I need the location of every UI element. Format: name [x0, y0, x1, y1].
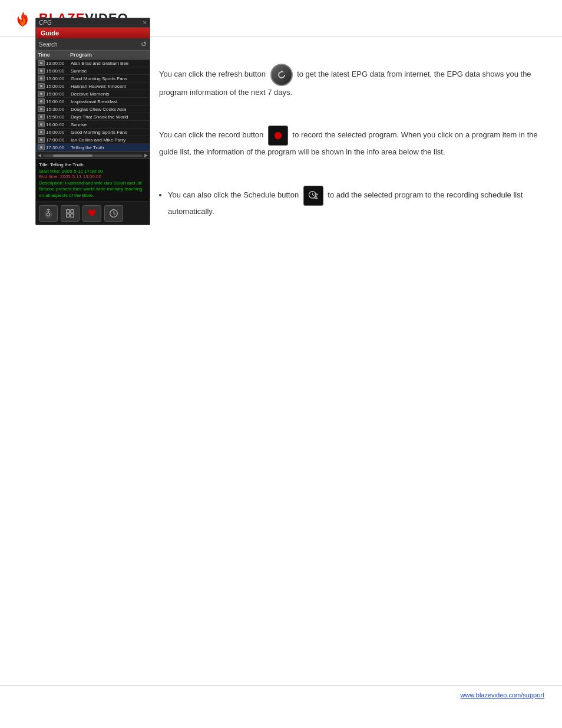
table-row[interactable]: 16:00:00 Good Morning Sports Fans	[36, 129, 150, 136]
row-time: 15:00:00	[46, 84, 71, 89]
info-description: Description: Husband and wife duo Stuart…	[39, 180, 147, 199]
row-time: 17:30:00	[46, 145, 71, 150]
table-row[interactable]: 15:00:00 Hannah Hauwell: Innocent	[36, 83, 150, 90]
schedule-description: You can also click the Schedule button	[168, 186, 544, 218]
heart-icon	[87, 208, 97, 219]
row-time: 15:00:00	[46, 68, 71, 74]
scroll-thumb[interactable]	[53, 154, 93, 157]
svg-line-17	[312, 195, 314, 196]
row-name: Good Morning Sports Fans	[71, 130, 148, 135]
cpg-window: CPG × Guide Search ↺ Time Program 13:00:…	[35, 18, 150, 225]
cpg-search-label: Search	[39, 41, 58, 48]
info-title: Title: Telling the Truth	[39, 162, 147, 167]
program-icon	[38, 121, 45, 127]
main-layout: CPG × Guide Search ↺ Time Program 13:00:…	[0, 37, 562, 251]
section-schedule: You can also click the Schedule button	[159, 186, 544, 218]
clock-button[interactable]	[104, 205, 123, 222]
row-time: 15:50:00	[46, 114, 71, 120]
table-row[interactable]: 17:00:00 Ian Collins and Mike Parry	[36, 136, 150, 144]
flame-icon	[12, 7, 34, 29]
row-name: Hannah Hauwell: Innocent	[71, 84, 148, 89]
cpg-titlebar: CPG ×	[36, 18, 150, 28]
svg-rect-7	[67, 214, 70, 217]
row-time: 13:00:00	[46, 61, 71, 66]
cpg-close-button[interactable]: ×	[143, 19, 147, 26]
table-row[interactable]: 15:00:00 Sunrise	[36, 67, 150, 75]
row-name: Inspirational Breakfast	[71, 99, 148, 104]
program-icon	[38, 106, 45, 112]
record-description: You can click the record button to recor…	[159, 126, 544, 158]
scroll-right-icon[interactable]: ▶	[144, 153, 148, 158]
table-row-selected[interactable]: 17:30:00 Telling the Truth	[36, 144, 150, 151]
table-row[interactable]: 15:00:00 Decisive Moments	[36, 90, 150, 98]
cpg-search-icon[interactable]: ↺	[141, 40, 147, 48]
schedule-icon	[308, 190, 319, 202]
antenna-button[interactable]	[39, 205, 58, 222]
record-icon	[273, 130, 283, 141]
cpg-scrollbar[interactable]: ◀ ▶	[36, 151, 150, 159]
cpg-action-bar	[36, 202, 150, 225]
program-icon	[38, 129, 45, 135]
puzzle-icon	[65, 208, 75, 219]
cpg-search-bar[interactable]: Search ↺	[36, 38, 150, 51]
row-time: 15:00:00	[46, 99, 71, 104]
col-time-header: Time	[38, 52, 70, 58]
table-row[interactable]: 15:30:00 Douglas Chew Cooks Asia	[36, 106, 150, 113]
info-start-time: Start time: 2005-5-11 17:30:00	[39, 169, 147, 174]
svg-rect-19	[314, 196, 317, 197]
table-row[interactable]: 13:00:00 Alan Brad and Graham Bee	[36, 60, 150, 67]
section-refresh-text: You can click the refresh button to get …	[159, 64, 544, 108]
table-row[interactable]: 15:00:00 Good Morning Sports Fans	[36, 75, 150, 83]
program-icon	[38, 83, 45, 89]
row-name: Telling the Truth	[71, 145, 148, 150]
svg-point-0	[47, 213, 49, 216]
program-icon	[38, 75, 45, 81]
svg-rect-6	[71, 210, 74, 213]
clock-icon	[108, 208, 119, 219]
svg-rect-18	[314, 194, 318, 195]
left-panel: CPG × Guide Search ↺ Time Program 13:00:…	[18, 52, 147, 236]
cpg-guide-tab[interactable]: Guide	[36, 28, 150, 38]
row-time: 15:00:00	[46, 76, 71, 81]
scroll-track[interactable]	[43, 154, 143, 157]
svg-rect-20	[314, 197, 318, 199]
section-schedule-text: You can also click the Schedule button	[159, 186, 544, 218]
puzzle-button[interactable]	[61, 205, 80, 222]
right-panel: You can click the refresh button to get …	[159, 52, 544, 236]
col-program-header: Program	[70, 52, 148, 58]
section-record: You can click the record button to recor…	[159, 126, 544, 167]
section-record-text: You can click the record button to recor…	[159, 126, 544, 167]
scroll-left-icon[interactable]: ◀	[38, 153, 41, 158]
schedule-description-list: You can also click the Schedule button	[168, 186, 544, 218]
program-icon	[38, 68, 45, 74]
svg-line-11	[114, 213, 115, 215]
row-name: Douglas Chew Cooks Asia	[71, 107, 148, 112]
row-name: Alan Brad and Graham Bee	[71, 61, 148, 66]
info-end-time: End time: 2005-5-11 13:00:00	[39, 174, 147, 179]
svg-rect-8	[71, 214, 74, 217]
row-name: Decisive Moments	[71, 91, 148, 97]
program-icon	[38, 98, 45, 104]
svg-rect-5	[67, 210, 70, 213]
footer-link[interactable]: www.blazevideo.com/support	[461, 691, 544, 699]
cpg-title: CPG	[39, 19, 52, 26]
row-time: 16:00:00	[46, 122, 71, 127]
cpg-info-panel: Title: Telling the Truth Start time: 200…	[36, 159, 150, 202]
antenna-icon	[43, 208, 54, 219]
program-icon	[38, 114, 45, 120]
table-row[interactable]: 15:00:00 Inspirational Breakfast	[36, 98, 150, 106]
program-icon	[38, 91, 45, 97]
row-time: 17:00:00	[46, 137, 71, 143]
row-name: Ian Collins and Mike Parry	[71, 137, 148, 143]
table-row[interactable]: 16:00:00 Sunrise	[36, 121, 150, 129]
section-refresh: You can click the refresh button to get …	[159, 64, 544, 108]
row-time: 15:00:00	[46, 91, 71, 97]
cpg-table-header: Time Program	[36, 51, 150, 60]
refresh-description: You can click the refresh button to get …	[159, 64, 544, 98]
table-row[interactable]: 15:50:00 Days That Shook the World	[36, 113, 150, 121]
row-name: Days That Shook the World	[71, 114, 148, 120]
schedule-icon-inline	[303, 186, 323, 206]
heart-button[interactable]	[82, 205, 101, 222]
row-name: Good Morning Sports Fans	[71, 76, 148, 81]
record-icon-inline	[268, 126, 288, 146]
